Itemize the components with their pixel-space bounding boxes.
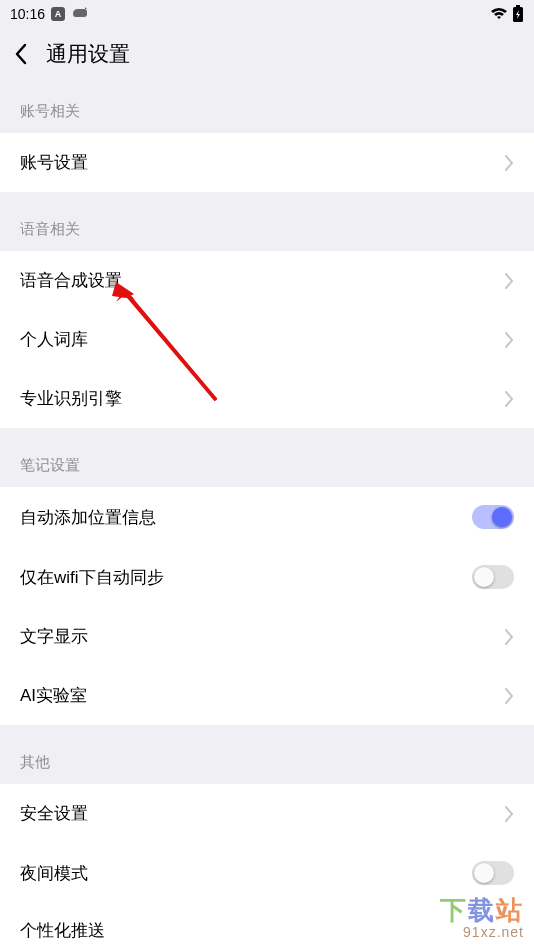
status-bar: 10:16 A bbox=[0, 0, 534, 28]
back-button[interactable] bbox=[14, 43, 28, 65]
svg-rect-0 bbox=[516, 5, 520, 7]
chevron-right-icon bbox=[505, 332, 514, 348]
chevron-right-icon bbox=[505, 806, 514, 822]
toggle-night-mode[interactable] bbox=[472, 861, 514, 885]
row-personalization[interactable]: 个性化推送 我们可能将您的个人信息用于向您推送您感兴趣的内容。您 bbox=[0, 903, 534, 950]
chevron-right-icon bbox=[505, 273, 514, 289]
row-auto-location[interactable]: 自动添加位置信息 bbox=[0, 487, 534, 547]
row-label: 安全设置 bbox=[20, 802, 88, 825]
row-tts-settings[interactable]: 语音合成设置 bbox=[0, 251, 534, 310]
battery-icon bbox=[512, 5, 524, 23]
row-label: 语音合成设置 bbox=[20, 269, 122, 292]
status-left: 10:16 A bbox=[10, 6, 89, 23]
chevron-right-icon bbox=[505, 155, 514, 171]
row-personal-lexicon[interactable]: 个人词库 bbox=[0, 310, 534, 369]
page-title: 通用设置 bbox=[46, 40, 130, 68]
row-label: 个性化推送 bbox=[20, 919, 514, 942]
row-security[interactable]: 安全设置 bbox=[0, 784, 534, 843]
row-label: 账号设置 bbox=[20, 151, 88, 174]
row-wifi-sync[interactable]: 仅在wifi下自动同步 bbox=[0, 547, 534, 607]
row-night-mode[interactable]: 夜间模式 bbox=[0, 843, 534, 903]
page-header: 通用设置 bbox=[0, 28, 534, 80]
toggle-wifi-sync[interactable] bbox=[472, 565, 514, 589]
section-header-account: 账号相关 bbox=[0, 80, 534, 133]
row-pro-engine[interactable]: 专业识别引擎 bbox=[0, 369, 534, 428]
status-time: 10:16 bbox=[10, 6, 45, 22]
toggle-knob bbox=[492, 507, 512, 527]
section-header-voice: 语音相关 bbox=[0, 192, 534, 251]
row-label: 个人词库 bbox=[20, 328, 88, 351]
row-ai-lab[interactable]: AI实验室 bbox=[0, 666, 534, 725]
row-label: 自动添加位置信息 bbox=[20, 506, 156, 529]
app-badge-icon: A bbox=[51, 7, 65, 21]
chevron-right-icon bbox=[505, 688, 514, 704]
row-text-display[interactable]: 文字显示 bbox=[0, 607, 534, 666]
row-label: 夜间模式 bbox=[20, 862, 88, 885]
toggle-knob bbox=[474, 567, 494, 587]
chevron-right-icon bbox=[505, 391, 514, 407]
toggle-knob bbox=[474, 863, 494, 883]
row-account-settings[interactable]: 账号设置 bbox=[0, 133, 534, 192]
toggle-auto-location[interactable] bbox=[472, 505, 514, 529]
section-header-other: 其他 bbox=[0, 725, 534, 784]
row-label: 专业识别引擎 bbox=[20, 387, 122, 410]
section-header-notes: 笔记设置 bbox=[0, 428, 534, 487]
wifi-icon bbox=[490, 7, 508, 21]
row-label: AI实验室 bbox=[20, 684, 87, 707]
row-label: 仅在wifi下自动同步 bbox=[20, 566, 164, 589]
row-label: 文字显示 bbox=[20, 625, 88, 648]
status-right bbox=[490, 5, 524, 23]
chevron-right-icon bbox=[505, 629, 514, 645]
whale-icon bbox=[71, 6, 89, 23]
